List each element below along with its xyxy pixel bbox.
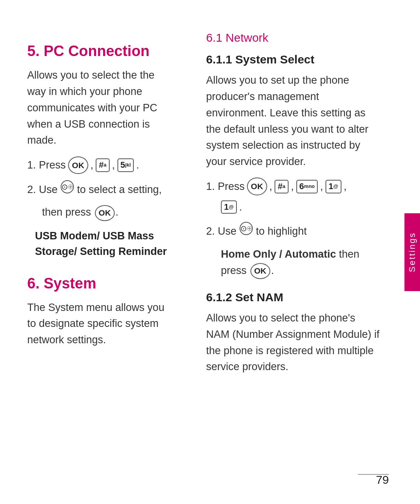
sub612-body: Allows you to select the phone's NAM (Nu…	[206, 310, 381, 375]
step2-middle: to select a setting,	[77, 180, 162, 199]
svg-point-2	[70, 187, 71, 188]
sub611-step2-prefix: 2. Use	[206, 222, 236, 241]
sidebar-tab: Settings	[404, 213, 420, 291]
sub611-step2-detail: Home Only / Automatic thenpress OK.	[221, 246, 381, 279]
left-column: 5. PC Connection Allows you to select th…	[0, 23, 191, 481]
right-column: 6.1 Network 6.1.1 System Select Allows y…	[191, 23, 401, 481]
sub611-title: 6.1.1 System Select	[206, 53, 381, 66]
key-ok-1: OK	[68, 156, 88, 174]
section5-step1: 1. Press OK , #a , 5jkl .	[27, 156, 171, 175]
section61-title: 6.1 Network	[206, 31, 381, 44]
sub611-step2-middle: to highlight	[256, 222, 307, 241]
key-hash-1: #a	[96, 158, 110, 172]
sub611-body: Allows you to set up the phone producer'…	[206, 72, 381, 170]
nav-icon-r1	[240, 222, 253, 235]
svg-point-5	[70, 186, 71, 187]
sub611-step2-bold: Home Only / Automatic	[221, 248, 336, 260]
section5-body: Allows you to select the the way in whic…	[27, 67, 171, 149]
svg-point-3	[69, 186, 70, 187]
svg-point-11	[249, 228, 250, 229]
section5-title: 5. PC Connection	[27, 43, 171, 60]
step2-prefix: 2. Use	[27, 180, 58, 199]
sidebar-tab-label: Settings	[407, 232, 417, 272]
svg-point-4	[71, 186, 72, 187]
nav-icon-1	[61, 180, 74, 193]
sub611-step1: 1. Press OK , #a , 6mno , 1@ , 1@ .	[206, 177, 381, 216]
section5-step2-then: then press OK.	[42, 204, 171, 221]
section6-body: The System menu allows you to designate …	[27, 300, 171, 349]
section5-step2: 2. Use to select a setting,	[27, 180, 171, 199]
svg-point-1	[70, 185, 71, 186]
svg-point-7	[249, 227, 250, 228]
svg-point-8	[249, 229, 250, 230]
key-5: 5jkl	[117, 158, 134, 172]
key-ok-r1: OK	[247, 177, 267, 195]
page-number: 79	[376, 473, 389, 486]
key-6: 6mno	[296, 180, 318, 193]
key-1a: 1@	[326, 180, 341, 193]
svg-point-10	[250, 228, 251, 229]
step1-prefix: 1. Press	[27, 156, 66, 175]
sub611-step1-prefix: 1. Press	[206, 177, 245, 196]
key-ok-2: OK	[95, 205, 115, 221]
usb-note: USB Modem/ USB Mass Storage/ Setting Rem…	[35, 228, 171, 260]
key-1b: 1@	[221, 200, 237, 214]
section6-title: 6. System	[27, 275, 171, 292]
sub611-step2: 2. Use to highlight	[206, 222, 381, 241]
key-hash-r1: #a	[275, 180, 289, 193]
sub612-title: 6.1.2 Set NAM	[206, 291, 381, 304]
key-ok-r2: OK	[250, 263, 271, 279]
svg-point-9	[248, 228, 249, 229]
